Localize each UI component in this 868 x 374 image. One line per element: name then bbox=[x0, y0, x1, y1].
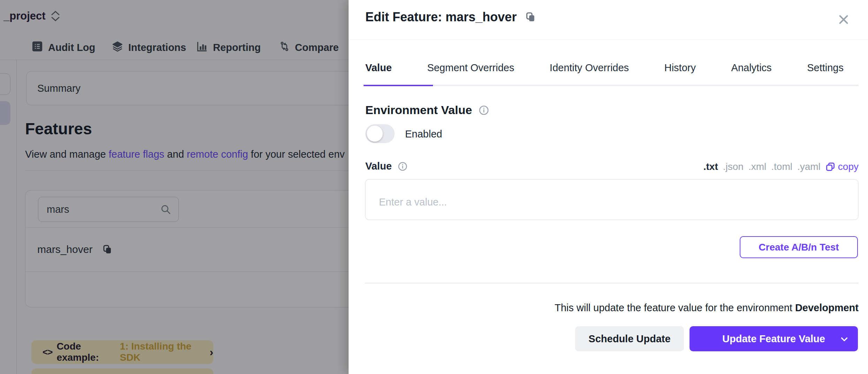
value-label: Value bbox=[365, 160, 392, 172]
info-icon[interactable] bbox=[478, 105, 489, 116]
notice-text: This will update the feature value for t… bbox=[555, 302, 795, 313]
format-json[interactable]: .json bbox=[723, 161, 744, 172]
update-feature-value-button[interactable]: Update Feature Value bbox=[690, 326, 858, 351]
chevron-down-icon[interactable] bbox=[840, 335, 849, 344]
copy-value-button[interactable]: copy bbox=[825, 161, 859, 172]
environment-name: Development bbox=[795, 302, 859, 313]
divider bbox=[349, 39, 868, 40]
toggle-label: Enabled bbox=[405, 128, 442, 140]
tab-history[interactable]: History bbox=[664, 62, 696, 84]
copy-icon bbox=[825, 162, 835, 172]
tab-settings[interactable]: Settings bbox=[807, 62, 844, 84]
environment-value-heading: Environment Value bbox=[365, 103, 472, 117]
tab-value[interactable]: Value bbox=[365, 62, 392, 84]
info-icon[interactable] bbox=[397, 161, 408, 172]
value-input[interactable] bbox=[365, 179, 859, 220]
update-notice: This will update the feature value for t… bbox=[555, 302, 859, 314]
format-yaml[interactable]: .yaml bbox=[797, 161, 821, 172]
tab-segment-overrides[interactable]: Segment Overrides bbox=[427, 62, 514, 84]
active-tab-indicator bbox=[364, 85, 433, 86]
tab-identity-overrides[interactable]: Identity Overrides bbox=[550, 62, 629, 84]
format-txt[interactable]: .txt bbox=[703, 161, 718, 172]
format-toml[interactable]: .toml bbox=[771, 161, 792, 172]
close-icon[interactable] bbox=[837, 13, 850, 27]
enabled-toggle[interactable] bbox=[365, 124, 395, 143]
copy-feature-name-icon[interactable] bbox=[525, 12, 536, 23]
update-button-label: Update Feature Value bbox=[722, 333, 825, 345]
copy-label: copy bbox=[838, 161, 859, 172]
toggle-knob bbox=[367, 126, 383, 142]
format-xml[interactable]: .xml bbox=[748, 161, 766, 172]
tab-analytics[interactable]: Analytics bbox=[731, 62, 772, 84]
panel-tabs: Value Segment Overrides Identity Overrid… bbox=[365, 62, 844, 84]
panel-title: Edit Feature: mars_hover bbox=[365, 10, 517, 24]
format-selector: .txt .json .xml .toml .yaml copy bbox=[703, 161, 859, 172]
tabs-underline bbox=[364, 85, 859, 86]
edit-feature-panel: Edit Feature: mars_hover Value Segment O… bbox=[349, 0, 868, 374]
divider bbox=[365, 283, 859, 284]
create-abn-test-button[interactable]: Create A/B/n Test bbox=[740, 236, 858, 258]
schedule-update-button[interactable]: Schedule Update bbox=[575, 326, 684, 351]
